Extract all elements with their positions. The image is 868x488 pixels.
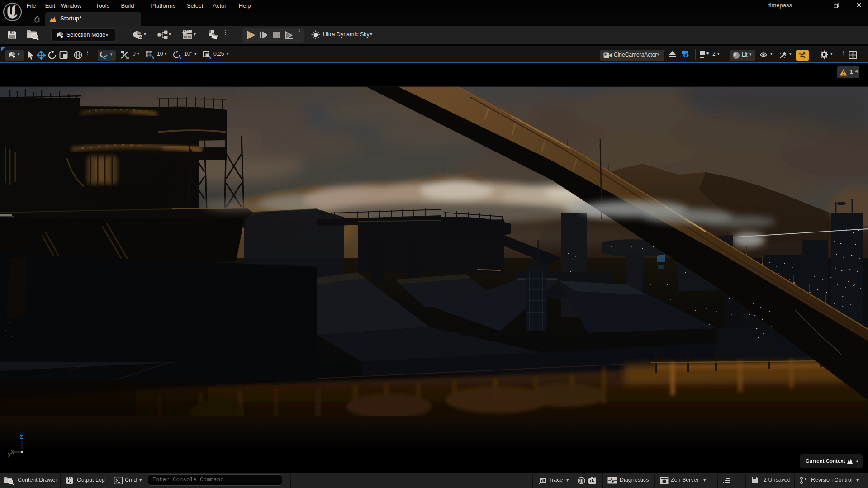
svg-text:X: X [11, 450, 14, 455]
svg-text:Z: Z [20, 434, 23, 440]
svg-text:y: y [8, 452, 11, 457]
